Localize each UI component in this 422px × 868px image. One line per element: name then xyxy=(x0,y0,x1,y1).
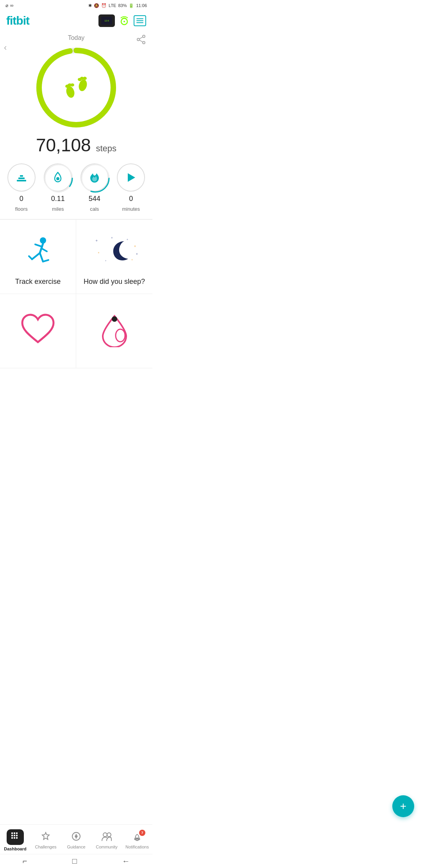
fitbit-logo: fitbit xyxy=(6,14,29,27)
device-icon[interactable]: 12:6 xyxy=(98,14,115,27)
svg-rect-19 xyxy=(20,175,23,177)
svg-rect-18 xyxy=(18,178,25,179)
floors-value: 0 xyxy=(20,195,23,203)
svg-line-32 xyxy=(40,253,43,262)
svg-line-33 xyxy=(43,260,48,262)
status-left-icons: ⌀ ∞ xyxy=(5,3,14,8)
back-button[interactable]: ‹ xyxy=(4,43,7,53)
svg-text:+: + xyxy=(98,251,100,255)
header-action-icons: 12:6 xyxy=(98,14,146,27)
cards-grid: Track exercise ✦ ✦ ✦ + + + ✦ ◆ Ho xyxy=(0,219,152,368)
main-content: Today ‹ ★ xyxy=(0,31,152,372)
svg-line-5 xyxy=(139,37,143,39)
card-exercise[interactable]: Track exercise xyxy=(0,220,76,294)
svg-marker-25 xyxy=(128,173,135,182)
svg-text:✦: ✦ xyxy=(95,239,98,243)
miles-label: miles xyxy=(52,206,64,212)
menu-line-3 xyxy=(136,22,143,23)
app-header: fitbit 12:6 xyxy=(0,11,152,31)
sleep-card-label: How did you sleep? xyxy=(84,278,145,286)
minutes-label: minutes xyxy=(122,206,140,212)
svg-line-6 xyxy=(139,40,143,42)
svg-text:+: + xyxy=(134,244,136,248)
today-section: Today ‹ ★ xyxy=(0,31,152,156)
floors-label: floors xyxy=(15,206,28,212)
status-icon-1: ⌀ xyxy=(5,3,8,8)
floors-circle xyxy=(7,163,36,192)
miles-value: 0.11 xyxy=(51,195,65,203)
battery-icon: 🔋 xyxy=(129,3,134,8)
svg-rect-17 xyxy=(17,180,26,181)
cals-label: cals xyxy=(90,206,99,212)
metric-minutes[interactable]: 0 minutes xyxy=(113,163,150,212)
signal-icon: LTE xyxy=(109,3,116,8)
svg-line-29 xyxy=(41,248,47,251)
metric-miles[interactable]: 0.11 miles xyxy=(40,163,77,212)
alarm-icon: ⏰ xyxy=(101,3,107,8)
svg-text:✦: ✦ xyxy=(111,236,113,240)
status-bar: ⌀ ∞ ✱ 🔕 ⏰ LTE 83% 🔋 11:06 xyxy=(0,0,152,11)
share-button[interactable] xyxy=(136,34,146,46)
svg-text:+: + xyxy=(131,258,133,261)
svg-point-3 xyxy=(137,38,139,41)
bluetooth-icon: ✱ xyxy=(88,3,92,8)
sleep-illustration: ✦ ✦ ✦ + + + ✦ ◆ xyxy=(82,229,146,273)
menu-icon[interactable] xyxy=(134,15,146,26)
card-water[interactable] xyxy=(76,294,152,368)
status-icon-2: ∞ xyxy=(10,3,14,8)
metric-floors[interactable]: 0 floors xyxy=(3,163,40,212)
metrics-row: 0 floors 0.11 miles xyxy=(0,156,152,219)
cals-value: 544 xyxy=(89,195,100,203)
steps-count: 70,108 steps xyxy=(36,135,116,156)
svg-point-2 xyxy=(143,35,145,38)
status-right-info: ✱ 🔕 ⏰ LTE 83% 🔋 11:06 xyxy=(88,3,147,8)
svg-point-4 xyxy=(143,41,145,44)
steps-circle[interactable]: ★ xyxy=(33,45,119,131)
minutes-value: 0 xyxy=(129,195,133,203)
sync-icon[interactable] xyxy=(119,15,130,26)
exercise-illustration xyxy=(6,229,70,273)
svg-text:✦: ✦ xyxy=(126,238,129,241)
menu-line-2 xyxy=(136,20,143,21)
svg-point-20 xyxy=(45,165,72,192)
battery-percent: 83% xyxy=(118,3,127,8)
menu-line-1 xyxy=(136,18,143,19)
svg-line-30 xyxy=(32,253,40,259)
svg-point-43 xyxy=(116,329,125,342)
cals-circle xyxy=(80,163,109,192)
metric-cals[interactable]: 544 cals xyxy=(76,163,113,212)
svg-text:✦: ✦ xyxy=(105,260,107,262)
device-screen: 12:6 xyxy=(101,17,112,25)
svg-point-1 xyxy=(123,21,125,22)
today-label: Today xyxy=(68,34,85,41)
water-illustration xyxy=(82,303,146,355)
svg-line-28 xyxy=(35,244,42,247)
svg-point-42 xyxy=(112,316,117,322)
minutes-circle xyxy=(117,163,145,192)
svg-line-31 xyxy=(29,256,32,259)
card-heart[interactable] xyxy=(0,294,76,368)
clock: 11:06 xyxy=(136,3,147,8)
exercise-card-label: Track exercise xyxy=(15,278,61,286)
card-sleep[interactable]: ✦ ✦ ✦ + + + ✦ ◆ How did you sleep? xyxy=(76,220,152,294)
mute-icon: 🔕 xyxy=(94,3,99,8)
miles-circle xyxy=(44,163,72,192)
svg-text:◆: ◆ xyxy=(136,253,138,255)
heart-illustration xyxy=(6,303,70,355)
